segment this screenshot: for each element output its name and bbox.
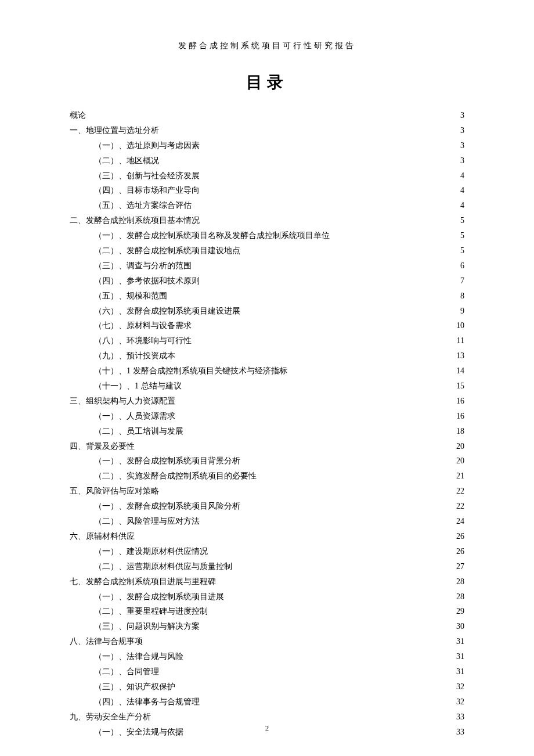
toc-entry: （二）、风险管理与应对方法24: [70, 514, 464, 529]
toc-entry-label: （一）、发酵合成控制系统项目风险分析: [94, 499, 240, 514]
toc-entry-label: （七）、原材料与设备需求: [94, 318, 192, 333]
toc-entry: 四、背景及必要性20: [70, 439, 464, 454]
toc-entry-page: 3: [460, 138, 464, 153]
document-header: 发酵合成控制系统项目可行性研究报告: [70, 41, 464, 51]
toc-entry-page: 22: [456, 484, 464, 499]
toc-entry: （七）、原材料与设备需求10: [70, 318, 464, 333]
toc-entry-page: 29: [456, 604, 464, 619]
toc-entry-label: （一）、发酵合成控制系统项目名称及发酵合成控制系统项目单位: [94, 228, 330, 243]
toc-entry: （二）、合同管理31: [70, 664, 464, 679]
toc-entry-page: 5: [460, 243, 464, 258]
page-number: 2: [0, 723, 534, 733]
toc-entry-page: 4: [460, 168, 464, 183]
toc-entry-label: （一）、法律合规与风险: [94, 649, 183, 664]
toc-entry-label: （一）、人员资源需求: [94, 409, 175, 424]
toc-entry-page: 9: [460, 304, 464, 319]
toc-entry-label: （三）、创新与社会经济发展: [94, 168, 200, 183]
toc-entry: 七、发酵合成控制系统项目进展与里程碑28: [70, 574, 464, 589]
toc-entry: （一）、发酵合成控制系统项目背景分析20: [70, 453, 464, 469]
toc-entry: 一、地理位置与选址分析3: [70, 123, 464, 138]
toc-entry-page: 6: [460, 258, 464, 273]
toc-entry-page: 18: [456, 424, 464, 439]
toc-entry: （三）、创新与社会经济发展4: [70, 168, 464, 183]
toc-entry: （十）、1 发酵合成控制系统项目关键技术与经济指标14: [70, 363, 464, 379]
toc-entry-page: 31: [456, 634, 464, 649]
toc-entry: 三、组织架构与人力资源配置16: [70, 394, 464, 409]
toc-entry-page: 30: [456, 619, 464, 634]
toc-entry-page: 27: [456, 559, 464, 574]
toc-entry-label: 一、地理位置与选址分析: [70, 123, 159, 138]
toc-entry: （三）、调查与分析的范围6: [70, 258, 464, 273]
toc-entry: （二）、重要里程碑与进度控制29: [70, 604, 464, 619]
toc-title: 目录: [70, 71, 464, 93]
toc-entry-label: （一）、发酵合成控制系统项目进展: [94, 589, 224, 604]
toc-entry-label: （三）、调查与分析的范围: [94, 258, 192, 273]
toc-entry-page: 21: [456, 469, 464, 484]
toc-entry-page: 3: [460, 108, 464, 123]
toc-entry-page: 14: [456, 363, 464, 379]
toc-entry: （二）、实施发酵合成控制系统项目的必要性21: [70, 469, 464, 484]
toc-entry: （一）、建设期原材料供应情况26: [70, 544, 464, 559]
toc-entry-label: （三）、知识产权保护: [94, 679, 175, 694]
toc-entry-label: （四）、法律事务与合规管理: [94, 694, 200, 710]
toc-entry: （三）、问题识别与解决方案30: [70, 619, 464, 634]
toc-entry: 五、风险评估与应对策略22: [70, 484, 464, 499]
toc-entry-label: （九）、预计投资成本: [94, 348, 175, 363]
toc-entry: （二）、员工培训与发展18: [70, 424, 464, 439]
toc-entry-page: 16: [456, 394, 464, 409]
toc-entry-label: 九、劳动安全生产分析: [70, 710, 151, 725]
toc-entry-page: 15: [456, 379, 464, 394]
toc-entry-label: （一）、发酵合成控制系统项目背景分析: [94, 453, 240, 469]
toc-entry-label: 四、背景及必要性: [70, 439, 135, 454]
toc-entry-page: 4: [460, 198, 464, 213]
toc-entry-label: （六）、发酵合成控制系统项目建设进展: [94, 304, 240, 319]
toc-entry: （二）、运营期原材料供应与质量控制27: [70, 559, 464, 574]
toc-entry-page: 8: [460, 289, 464, 304]
toc-entry: （四）、参考依据和技术原则7: [70, 273, 464, 289]
toc-entry-label: （十一）、1 总结与建议: [94, 379, 182, 394]
toc-entry-label: 八、法律与合规事项: [70, 634, 143, 649]
toc-entry: （六）、发酵合成控制系统项目建设进展9: [70, 304, 464, 319]
toc-entry-label: （五）、规模和范围: [94, 289, 167, 304]
toc-entry: 六、原辅材料供应26: [70, 529, 464, 544]
toc-container: 概论3一、地理位置与选址分析3（一）、选址原则与考虑因素3（二）、地区概况3（三…: [70, 108, 464, 739]
toc-entry-label: （二）、员工培训与发展: [94, 424, 183, 439]
toc-entry-label: （二）、运营期原材料供应与质量控制: [94, 559, 232, 574]
toc-entry-page: 20: [456, 439, 464, 454]
toc-entry: 八、法律与合规事项31: [70, 634, 464, 649]
toc-entry: （一）、选址原则与考虑因素3: [70, 138, 464, 153]
toc-entry-page: 28: [456, 589, 464, 604]
toc-entry-page: 16: [456, 409, 464, 424]
toc-entry-page: 31: [456, 649, 464, 664]
toc-entry-label: （四）、目标市场和产业导向: [94, 183, 200, 198]
toc-entry-page: 26: [456, 529, 464, 544]
toc-entry-page: 31: [456, 664, 464, 679]
toc-entry-label: （八）、环境影响与可行性: [94, 333, 192, 348]
toc-entry-page: 32: [456, 694, 464, 710]
toc-entry-label: （二）、地区概况: [94, 153, 159, 168]
toc-entry: （二）、发酵合成控制系统项目建设地点5: [70, 243, 464, 258]
toc-entry-page: 4: [460, 183, 464, 198]
toc-entry-page: 13: [456, 348, 464, 363]
toc-entry: （三）、知识产权保护32: [70, 679, 464, 694]
toc-entry: （一）、发酵合成控制系统项目进展28: [70, 589, 464, 604]
toc-entry: （五）、规模和范围8: [70, 289, 464, 304]
toc-entry-label: 三、组织架构与人力资源配置: [70, 394, 175, 409]
toc-entry: 九、劳动安全生产分析33: [70, 710, 464, 725]
toc-entry-label: 二、发酵合成控制系统项目基本情况: [70, 213, 200, 228]
toc-entry: （五）、选址方案综合评估4: [70, 198, 464, 213]
toc-entry-page: 24: [456, 514, 464, 529]
toc-entry-label: 概论: [70, 108, 86, 123]
toc-entry-label: （十）、1 发酵合成控制系统项目关键技术与经济指标: [94, 363, 287, 379]
toc-entry-label: 五、风险评估与应对策略: [70, 484, 159, 499]
toc-entry-page: 33: [456, 710, 464, 725]
toc-entry-label: （五）、选址方案综合评估: [94, 198, 192, 213]
toc-entry-label: 七、发酵合成控制系统项目进展与里程碑: [70, 574, 216, 589]
toc-entry-page: 7: [460, 273, 464, 289]
toc-entry-label: （一）、建设期原材料供应情况: [94, 544, 208, 559]
toc-entry: （九）、预计投资成本13: [70, 348, 464, 363]
toc-entry-page: 3: [460, 123, 464, 138]
toc-entry-page: 11: [457, 333, 464, 348]
toc-entry-page: 26: [456, 544, 464, 559]
toc-entry-label: （二）、合同管理: [94, 664, 159, 679]
